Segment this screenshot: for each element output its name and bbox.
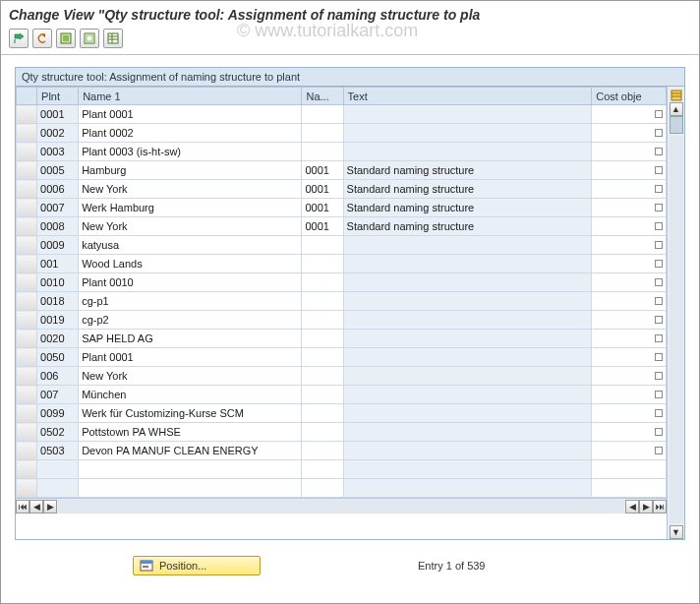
row-selector[interactable] (17, 273, 37, 292)
row-selector[interactable] (17, 348, 37, 367)
cell-cost[interactable] (592, 105, 667, 124)
table-row[interactable]: 0008New York0001Standard naming structur… (17, 217, 667, 236)
cell-name1[interactable]: Devon PA MANUF CLEAN ENERGY (79, 442, 302, 460)
cell-plnt[interactable]: 0007 (37, 199, 79, 217)
table-row[interactable]: 0001Plant 0001 (17, 105, 667, 124)
cell-name1[interactable]: München (79, 386, 302, 404)
col-select-all[interactable] (17, 88, 37, 105)
cell-cost[interactable] (592, 367, 667, 386)
cell-na[interactable]: 0001 (302, 180, 343, 199)
cell-name1[interactable]: cg-p1 (79, 292, 302, 311)
cell-name1[interactable]: Plant 0002 (79, 124, 302, 143)
table-row[interactable]: 0502Pottstown PA WHSE (17, 423, 667, 442)
cell-cost[interactable] (592, 161, 667, 180)
table-row[interactable]: 0099Werk für Customizing-Kurse SCM (17, 404, 667, 423)
cell-name1[interactable]: katyusa (79, 236, 302, 255)
cell-na[interactable] (302, 423, 343, 442)
cell-cost[interactable] (592, 273, 667, 292)
cell-na[interactable] (302, 273, 343, 292)
cell-plnt[interactable]: 0005 (37, 161, 79, 180)
cell-name1[interactable]: Plant 0001 (79, 105, 302, 124)
table-row[interactable]: 007München (17, 386, 667, 404)
cell-plnt[interactable]: 0003 (37, 143, 79, 161)
other-view-button[interactable] (9, 29, 29, 48)
cell-plnt[interactable]: 0018 (37, 292, 79, 311)
row-selector[interactable] (17, 124, 37, 143)
cell-na[interactable] (302, 105, 343, 124)
scroll-left-icon[interactable]: ◀ (29, 500, 43, 513)
row-selector[interactable] (17, 292, 37, 311)
col-name1[interactable]: Name 1 (79, 88, 302, 105)
horizontal-scrollbar[interactable]: ⏮ ◀ ▶ ◀ ▶ ⏭ (16, 498, 667, 513)
scroll-right-end-icon[interactable]: ⏭ (653, 500, 667, 513)
cell-plnt[interactable]: 0099 (37, 404, 79, 423)
cell-plnt[interactable]: 0020 (37, 330, 79, 348)
table-row[interactable]: 0503Devon PA MANUF CLEAN ENERGY (17, 442, 667, 460)
cell-cost[interactable] (592, 180, 667, 199)
cell-cost[interactable] (592, 423, 667, 442)
cell-plnt[interactable]: 0002 (37, 124, 79, 143)
cell-plnt[interactable]: 0503 (37, 442, 79, 460)
cell-cost[interactable] (592, 348, 667, 367)
cell-plnt[interactable]: 0502 (37, 423, 79, 442)
table-row[interactable]: 0009katyusa (17, 236, 667, 255)
cell-plnt[interactable]: 0008 (37, 217, 79, 236)
col-plnt[interactable]: Plnt (37, 88, 79, 105)
cell-cost[interactable] (592, 236, 667, 255)
row-selector[interactable] (17, 255, 37, 273)
table-row[interactable]: 0050Plant 0001 (17, 348, 667, 367)
cell-name1[interactable]: New York (79, 367, 302, 386)
table-row[interactable]: 0007Werk Hamburg0001Standard naming stru… (17, 199, 667, 217)
row-selector[interactable] (17, 404, 37, 423)
row-selector[interactable] (17, 367, 37, 386)
cell-na[interactable] (302, 311, 343, 330)
row-selector[interactable] (17, 105, 37, 124)
cell-plnt[interactable]: 001 (37, 255, 79, 273)
cell-name1[interactable]: Plant 0010 (79, 273, 302, 292)
cell-na[interactable] (302, 386, 343, 404)
cell-na[interactable] (302, 292, 343, 311)
cell-plnt[interactable]: 007 (37, 386, 79, 404)
cell-cost[interactable] (592, 199, 667, 217)
cell-na[interactable] (302, 124, 343, 143)
cell-cost[interactable] (592, 124, 667, 143)
row-selector[interactable] (17, 217, 37, 236)
cell-cost[interactable] (592, 330, 667, 348)
col-na[interactable]: Na... (302, 88, 343, 105)
table-row[interactable]: 0006New York0001Standard naming structur… (17, 180, 667, 199)
cell-plnt[interactable]: 0001 (37, 105, 79, 124)
cell-name1[interactable]: Werk Hamburg (79, 199, 302, 217)
cell-cost[interactable] (592, 386, 667, 404)
cell-na[interactable] (302, 143, 343, 161)
cell-plnt[interactable]: 006 (37, 367, 79, 386)
row-selector[interactable] (17, 236, 37, 255)
table-row[interactable]: 006New York (17, 367, 667, 386)
vertical-scrollbar[interactable]: ▲ ▼ (667, 87, 684, 539)
scroll-thumb[interactable] (670, 116, 683, 134)
cell-name1[interactable]: New York (79, 217, 302, 236)
cell-na[interactable] (302, 367, 343, 386)
cell-na[interactable]: 0001 (302, 217, 343, 236)
cell-name1[interactable]: Plant 0001 (79, 348, 302, 367)
table-row[interactable]: 0018cg-p1 (17, 292, 667, 311)
table-row[interactable]: 001Wood Lands (17, 255, 667, 273)
cell-na[interactable] (302, 255, 343, 273)
cell-name1[interactable]: Wood Lands (79, 255, 302, 273)
row-selector[interactable] (17, 330, 37, 348)
row-selector[interactable] (17, 199, 37, 217)
select-all-button[interactable] (56, 29, 76, 48)
col-cost[interactable]: Cost obje (592, 88, 667, 105)
table-config-icon[interactable] (670, 89, 683, 102)
cell-plnt[interactable]: 0009 (37, 236, 79, 255)
cell-name1[interactable]: Hamburg (79, 161, 302, 180)
row-selector[interactable] (17, 180, 37, 199)
scroll-up-icon[interactable]: ▲ (670, 102, 683, 116)
scroll-left2-icon[interactable]: ◀ (625, 500, 639, 513)
row-selector[interactable] (17, 386, 37, 404)
cell-cost[interactable] (592, 404, 667, 423)
cell-cost[interactable] (592, 292, 667, 311)
cell-name1[interactable]: Werk für Customizing-Kurse SCM (79, 404, 302, 423)
cell-na[interactable]: 0001 (302, 161, 343, 180)
row-selector[interactable] (17, 143, 37, 161)
cell-plnt[interactable]: 0050 (37, 348, 79, 367)
